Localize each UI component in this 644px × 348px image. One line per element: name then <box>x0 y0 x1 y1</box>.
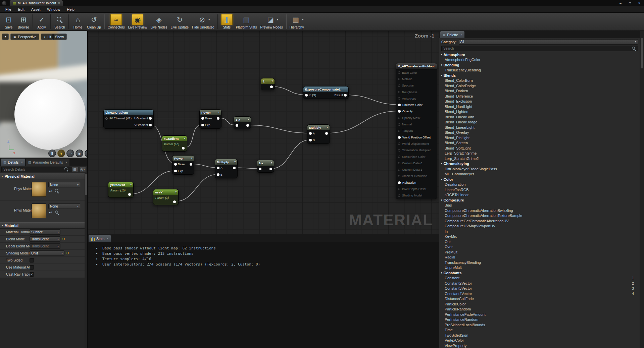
palette-item-composurechromaticaberrationtexturesample[interactable]: ComposureChromaticAberrationTextureSampl… <box>439 213 639 219</box>
palette-item-blend-lineardodge[interactable]: Blend_LinearDodge <box>439 120 639 125</box>
menu-asset[interactable]: Asset <box>28 6 44 13</box>
material-pin-world-displacement[interactable]: World Displacement <box>396 140 437 147</box>
palette-item-atmosphericfogcolor[interactable]: AtmosphericFogColor <box>439 57 639 63</box>
search-details-input[interactable] <box>3 168 64 171</box>
output-pin[interactable] <box>270 85 273 88</box>
close-icon[interactable]: × <box>460 33 462 37</box>
output-pin-pin[interactable] <box>325 132 328 135</box>
output-pin[interactable] <box>128 193 131 196</box>
toolbar-button-preview-nodes[interactable]: ◪▾Preview Nodes <box>258 14 284 30</box>
material-graph-canvas[interactable]: Zoom -1 MATERIAL 1▾ExposureCompensate1In… <box>88 31 439 234</box>
asset-select[interactable]: None▾ <box>48 182 80 187</box>
palette-item-constant3vector[interactable]: Constant3Vector3 <box>439 286 639 291</box>
material-pin-opacity[interactable]: Opacity <box>396 108 437 115</box>
tab-close-icon[interactable]: × <box>58 1 60 5</box>
palette-item-constant4vector[interactable]: Constant4Vector4 <box>439 291 639 296</box>
palette-item-blend-colorburn[interactable]: Blend_ColorBurn <box>439 78 639 83</box>
palette-category-blending[interactable]: ▾Blending <box>439 62 639 68</box>
palette-search-box[interactable] <box>441 46 638 51</box>
palette-item-distancecullfade[interactable]: DistanceCullFade <box>439 296 639 302</box>
material-pin-shading-model[interactable]: Shading Model <box>396 192 437 199</box>
palette-item-desaturation[interactable]: Desaturation <box>439 182 639 187</box>
menu-window[interactable]: Window <box>44 6 63 13</box>
scrollbar-thumb[interactable] <box>85 174 87 195</box>
node-use-y[interactable]: useY▾Param (1) <box>153 189 179 205</box>
input-pin-b[interactable] <box>309 139 312 141</box>
asset-document-tab[interactable]: M_ARTranslucentHoldout × <box>10 0 63 6</box>
node-y-gradient[interactable]: yGradient▾Param (10) <box>108 182 134 198</box>
palette-item-blend-overlay[interactable]: Blend_Overlay <box>439 130 639 135</box>
palette-item-premult[interactable]: PreMult <box>439 249 639 255</box>
input-pin-a[interactable] <box>217 167 219 169</box>
input-pin-pin[interactable] <box>236 124 238 127</box>
palette-item-blend-colordodge[interactable]: Blend_ColorDodge <box>439 83 639 89</box>
node-one-minus-x-1[interactable]: 1-x▾ <box>234 116 251 129</box>
palette-item-perinstancerandom[interactable]: PerInstanceRandom <box>439 317 639 323</box>
input-pin-exp[interactable] <box>201 124 204 126</box>
palette-item-particlecolor[interactable]: ParticleColor <box>439 301 639 307</box>
palette-item-time[interactable]: Time <box>439 328 639 333</box>
material-pin-emissive-color[interactable]: Emissive Color <box>396 102 437 108</box>
input-pin-a[interactable] <box>309 132 312 135</box>
node-power-1[interactable]: Power▾BaseExp <box>199 109 221 129</box>
close-icon[interactable]: × <box>21 161 23 164</box>
material-pin-base-color[interactable]: Base Color <box>396 69 437 76</box>
use-selected-asset-icon[interactable]: ↩ <box>49 210 52 215</box>
material-pin-normal[interactable]: Normal <box>396 121 437 127</box>
chevron-down-icon[interactable]: ▾ <box>208 18 210 21</box>
palette-item-blend-exclusion[interactable]: Blend_Exclusion <box>439 99 639 104</box>
palette-item-constant[interactable]: Constant1 <box>439 276 639 281</box>
palette-item-lerp-scratchgrime2[interactable]: Lerp_ScratchGrime2 <box>439 156 639 161</box>
tab-stats[interactable]: Stats × <box>89 235 111 242</box>
material-pin-metallic[interactable]: Metallic <box>396 76 437 82</box>
palette-item-blend-screen[interactable]: Blend_Screen <box>439 140 639 146</box>
toolbar-button-platform-stats[interactable]: ▤Platform Stats <box>234 14 259 30</box>
node-x-gradient[interactable]: xGradient▾Param (10) <box>162 135 187 152</box>
output-pin-pin[interactable] <box>217 117 219 120</box>
browse-to-asset-icon[interactable] <box>55 211 59 215</box>
browse-to-asset-icon[interactable] <box>55 189 59 193</box>
output-pin-vgradient[interactable] <box>149 124 152 126</box>
close-button[interactable]: × <box>635 0 644 6</box>
palette-category-composure[interactable]: ▾Composure <box>439 197 639 203</box>
close-icon[interactable]: × <box>107 237 108 240</box>
palette-item-composuregetchromaticaberrationuv[interactable]: ComposureGetChromaticAberrationUV <box>439 218 639 224</box>
material-pin-tessellation-multiplier[interactable]: Tessellation Multiplier <box>396 147 437 154</box>
input-pin-b[interactable] <box>217 173 219 176</box>
toolbar-button-stats[interactable]: Stats <box>219 14 234 30</box>
palette-item-viewproperty[interactable]: ViewProperty <box>439 343 639 348</box>
property-select-shading-model[interactable]: Unlit▾ <box>30 250 64 256</box>
category-select[interactable]: All ▾ <box>459 39 638 45</box>
output-pin-pin[interactable] <box>246 124 249 127</box>
palette-item-in[interactable]: In <box>439 229 639 234</box>
details-scrollbar[interactable] <box>85 173 87 348</box>
output-pin-ugradient[interactable] <box>149 117 152 120</box>
output-pin[interactable] <box>182 147 185 150</box>
output-pin-result[interactable] <box>344 94 347 97</box>
palette-scrollbar[interactable] <box>640 31 644 348</box>
show-button[interactable]: Show <box>52 34 67 40</box>
input-pin-pin[interactable] <box>259 168 261 170</box>
preview-cube-button[interactable]: ■ <box>76 150 83 157</box>
palette-item-blend-softlight[interactable]: Blend_SoftLight <box>439 146 639 151</box>
palette-item-blend-lighten[interactable]: Blend_Lighten <box>439 109 639 115</box>
output-pin-pin[interactable] <box>233 167 236 169</box>
node-power-2[interactable]: Power▾BaseExp <box>172 155 194 175</box>
input-pin-base[interactable] <box>201 117 204 120</box>
node-one-minus-x-2[interactable]: 1-x▾ <box>257 160 274 173</box>
palette-category-blends[interactable]: ▾Blends <box>439 73 639 78</box>
perspective-button[interactable]: ▣ Perspective <box>10 34 39 40</box>
output-pin-pin[interactable] <box>190 163 192 166</box>
toolbar-button-hide-unrelated[interactable]: ⊘▾Hide Unrelated <box>190 14 216 30</box>
input-pin-in-s[interactable] <box>305 94 308 97</box>
palette-item-perinstancefadeamount[interactable]: PerInstanceFadeAmount <box>439 312 639 317</box>
title-bar[interactable]: M_ARTranslucentHoldout × – □ × <box>0 0 644 6</box>
tab-details[interactable]: ▤ Details × <box>1 159 25 166</box>
toolbar-button-clean-up[interactable]: ↺Clean Up <box>85 14 103 30</box>
palette-item-over[interactable]: Over <box>439 244 639 250</box>
preview-viewport[interactable]: ▾ ▣ Perspective ◐ Lit Show Z x ▮●▭■◆ <box>0 31 88 158</box>
palette-item-constant2vector[interactable]: Constant2Vector2 <box>439 281 639 286</box>
palette-item-twosidedsign[interactable]: TwoSidedSign <box>439 333 639 338</box>
details-search-box[interactable] <box>1 167 70 172</box>
output-pin[interactable] <box>173 200 176 203</box>
